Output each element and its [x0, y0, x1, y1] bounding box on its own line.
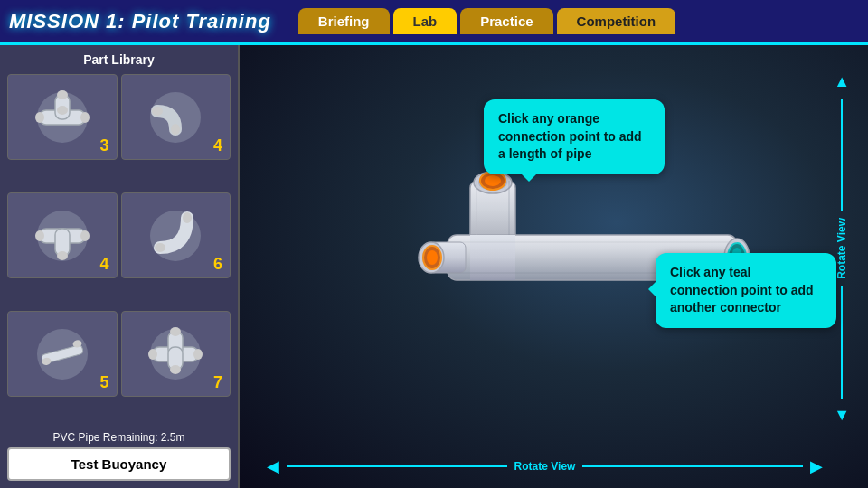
part-item-6[interactable]: 7 — [121, 311, 231, 397]
svg-rect-33 — [470, 235, 515, 280]
part-icon-6 — [144, 323, 207, 386]
tooltip-teal: Click any teal connection point to add a… — [656, 253, 836, 328]
svg-point-17 — [183, 212, 192, 223]
rotate-line-top — [841, 99, 843, 211]
parts-grid: 3 4 — [7, 74, 231, 426]
rotate-label-bottom: Rotate View — [514, 460, 576, 473]
part-item-2[interactable]: 4 — [121, 74, 231, 160]
svg-point-13 — [35, 230, 44, 241]
main-area: Part Library 3 — [0, 45, 868, 488]
svg-point-15 — [57, 251, 68, 260]
part-icon-1 — [31, 86, 94, 149]
header: MISSION 1: Pilot Training Briefing Lab P… — [0, 0, 868, 45]
part-icon-4 — [144, 204, 207, 267]
rotate-line-left — [287, 465, 507, 467]
rotate-line-right — [582, 465, 803, 467]
pipe-remaining: PVC Pipe Remaining: 2.5m — [7, 431, 231, 444]
svg-point-9 — [171, 124, 180, 135]
tab-practice[interactable]: Practice — [460, 8, 552, 34]
part-item-4[interactable]: 6 — [121, 192, 231, 278]
rotate-bottom: ◀ Rotate View ▶ — [267, 458, 823, 474]
part-item-5[interactable]: 5 — [7, 311, 118, 397]
rotate-right-arrow: ▶ — [810, 458, 823, 474]
svg-point-28 — [148, 349, 157, 360]
part-item-3[interactable]: 4 — [7, 192, 118, 278]
part-icon-5 — [31, 323, 94, 386]
rotate-label-right: Rotate View — [835, 218, 848, 279]
tooltip-orange: Click any orange connection point to add… — [484, 99, 665, 174]
rotate-down-arrow: ▼ — [834, 406, 850, 425]
svg-point-8 — [152, 107, 163, 116]
mission-title: MISSION 1: Pilot Training — [9, 10, 271, 33]
tab-briefing[interactable]: Briefing — [298, 8, 390, 34]
part-number-4: 6 — [213, 255, 222, 274]
part-number-2: 4 — [213, 136, 222, 155]
part-library-title: Part Library — [7, 52, 231, 67]
part-icon-2 — [144, 86, 207, 149]
svg-point-29 — [193, 349, 203, 360]
part-number-1: 3 — [99, 136, 108, 155]
rotate-right: ▲ Rotate View ▼ — [834, 72, 850, 425]
svg-point-44 — [427, 250, 438, 265]
svg-point-6 — [57, 90, 68, 99]
rotate-line-bottom — [841, 286, 843, 399]
tab-competition[interactable]: Competition — [557, 8, 676, 34]
part-number-5: 5 — [99, 373, 108, 392]
test-buoyancy-button[interactable]: Test Buoyancy — [7, 447, 231, 481]
part-icon-3 — [31, 204, 94, 267]
part-item-1[interactable]: 3 — [7, 74, 118, 160]
svg-point-4 — [35, 112, 44, 123]
svg-point-30 — [170, 365, 181, 374]
part-number-3: 4 — [99, 255, 108, 274]
svg-point-14 — [80, 230, 90, 241]
tab-lab[interactable]: Lab — [393, 8, 458, 34]
viewport: Click any orange connection point to add… — [240, 45, 868, 488]
nav-tabs: Briefing Lab Practice Competition — [298, 8, 675, 34]
part-number-6: 7 — [213, 373, 222, 392]
svg-point-5 — [80, 112, 90, 123]
svg-point-27 — [170, 327, 181, 336]
svg-point-18 — [155, 243, 165, 252]
rotate-left-arrow: ◀ — [267, 458, 279, 474]
svg-point-42 — [485, 175, 501, 186]
rotate-up-arrow: ▲ — [834, 72, 850, 91]
svg-point-3 — [57, 106, 68, 115]
left-panel: Part Library 3 — [0, 45, 240, 488]
